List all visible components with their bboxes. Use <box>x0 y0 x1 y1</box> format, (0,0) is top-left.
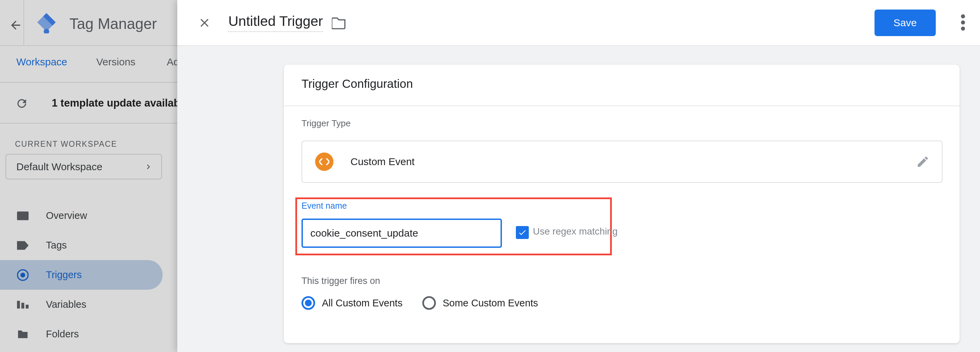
overview-icon <box>17 211 36 221</box>
folder-icon[interactable] <box>332 16 346 29</box>
back-arrow-icon[interactable] <box>8 17 24 33</box>
workspace-section-label: CURRENT WORKSPACE <box>15 140 117 149</box>
sidebar-item-label: Triggers <box>46 269 82 280</box>
sidebar-item-tags[interactable]: Tags <box>0 231 163 260</box>
sidebar-item-templates[interactable]: Templates <box>0 349 163 352</box>
radio-label: Some Custom Events <box>443 298 538 309</box>
sidebar-item-variables[interactable]: Variables <box>0 290 163 319</box>
edit-pencil-icon[interactable] <box>916 155 930 169</box>
sidebar-item-folders[interactable]: Folders <box>0 319 163 349</box>
gtm-logo-icon <box>35 11 57 33</box>
svg-rect-1 <box>17 212 29 220</box>
event-name-input-wrapper[interactable] <box>301 218 502 248</box>
custom-event-icon <box>315 153 334 171</box>
sidebar-item-overview[interactable]: Overview <box>0 201 163 231</box>
svg-point-9 <box>961 21 965 24</box>
card-title: Trigger Configuration <box>301 77 413 91</box>
svg-point-8 <box>961 14 965 18</box>
workspace-selector[interactable]: Default Workspace <box>5 154 162 179</box>
variables-icon <box>17 301 36 309</box>
regex-checkbox-label: Use regex matching <box>533 226 617 237</box>
update-banner-text: 1 template update availab <box>52 97 180 109</box>
fires-on-label: This trigger fires on <box>301 276 380 286</box>
svg-rect-4 <box>17 301 20 308</box>
svg-rect-6 <box>26 305 29 308</box>
trigger-config-card: Trigger Configuration Trigger Type Custo… <box>284 65 959 343</box>
trigger-type-label: Trigger Type <box>301 118 351 129</box>
regex-checkbox[interactable] <box>516 226 529 239</box>
more-menu-icon[interactable] <box>961 14 965 31</box>
sidebar-item-label: Folders <box>46 328 79 340</box>
trigger-name-input[interactable]: Untitled Trigger <box>228 13 323 32</box>
radio-icon <box>301 296 315 310</box>
tags-icon <box>17 241 36 250</box>
divider <box>284 105 959 106</box>
sidebar-item-triggers[interactable]: Triggers <box>0 260 163 290</box>
save-button[interactable]: Save <box>875 10 936 36</box>
svg-point-3 <box>21 272 25 277</box>
chevron-right-icon <box>143 162 153 172</box>
close-icon[interactable] <box>194 13 215 33</box>
radio-all-custom-events[interactable]: All Custom Events <box>301 296 402 310</box>
trigger-editor-panel: Untitled Trigger Save Trigger Configurat… <box>177 0 980 352</box>
workspace-name: Default Workspace <box>16 161 102 173</box>
event-name-input[interactable] <box>310 228 498 239</box>
trigger-type-value: Custom Event <box>350 156 414 167</box>
folders-icon <box>17 330 36 339</box>
sidebar-nav: Overview Tags Triggers Variables Folders… <box>0 201 163 352</box>
triggers-icon <box>17 269 36 281</box>
sidebar-item-label: Tags <box>46 240 67 251</box>
fires-on-radio-group: All Custom Events Some Custom Events <box>301 296 538 310</box>
radio-some-custom-events[interactable]: Some Custom Events <box>422 296 538 310</box>
svg-point-10 <box>961 27 965 31</box>
app-title: Tag Manager <box>69 15 157 32</box>
event-name-label: Event name <box>301 201 347 211</box>
divider <box>24 0 24 46</box>
tab-workspace[interactable]: Workspace <box>16 56 67 85</box>
refresh-icon[interactable] <box>15 97 28 110</box>
sidebar-item-label: Overview <box>46 210 87 221</box>
radio-label: All Custom Events <box>322 298 402 309</box>
radio-icon <box>422 296 436 310</box>
sidebar-item-label: Variables <box>46 299 86 310</box>
svg-rect-5 <box>21 303 24 308</box>
trigger-type-selector[interactable]: Custom Event <box>301 140 943 183</box>
panel-header: Untitled Trigger Save <box>177 0 980 46</box>
tab-versions[interactable]: Versions <box>96 56 135 83</box>
